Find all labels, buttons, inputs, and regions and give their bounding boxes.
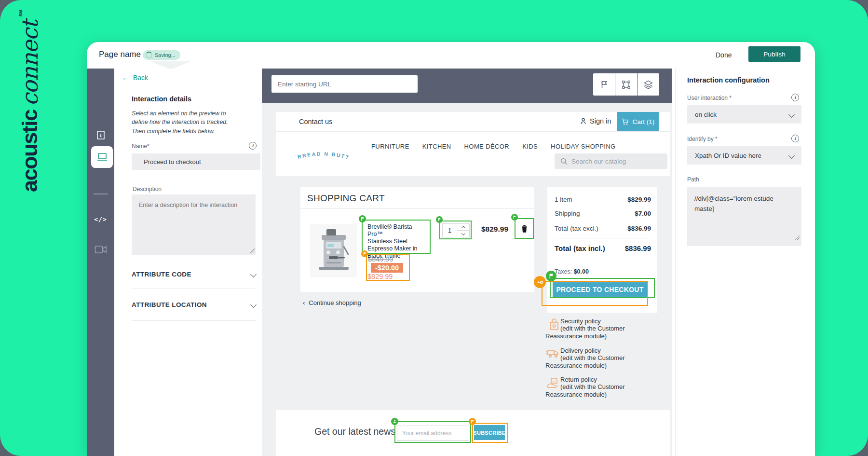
flag-icon bbox=[437, 218, 441, 221]
user-interaction-select[interactable]: on click bbox=[687, 105, 801, 124]
cart-summary-card: 1 item$829.99 Shipping$7.00 Total (tax e… bbox=[547, 187, 657, 313]
layers-tool-button[interactable] bbox=[637, 73, 659, 96]
orange-flag-badge[interactable] bbox=[469, 418, 476, 425]
rail-divider bbox=[94, 193, 108, 194]
green-person-badge[interactable] bbox=[391, 418, 398, 425]
green-flag-badge[interactable] bbox=[546, 271, 556, 281]
product-line-price: $829.99 bbox=[481, 225, 508, 234]
continue-shopping-link[interactable]: ‹ Continue shopping bbox=[303, 299, 361, 306]
espresso-machine-image bbox=[310, 224, 357, 277]
sign-in-link[interactable]: Sign in bbox=[580, 117, 611, 125]
lock-icon bbox=[549, 318, 559, 331]
name-info-icon[interactable]: i bbox=[249, 142, 257, 150]
preview-tool-button[interactable] bbox=[91, 146, 113, 168]
select-element-icon bbox=[621, 80, 631, 90]
logo-acoustic: acoustic bbox=[17, 110, 42, 192]
quantity-annotation-box[interactable] bbox=[439, 221, 472, 239]
cart-button[interactable]: Cart (1) bbox=[617, 112, 659, 131]
nav-furniture[interactable]: FURNITURE bbox=[371, 143, 409, 150]
chevron-left-icon: ‹ bbox=[303, 299, 305, 306]
back-label: Back bbox=[133, 74, 148, 82]
name-label: Name* bbox=[132, 143, 149, 150]
return-package-icon bbox=[547, 377, 559, 389]
summary-row-shipping: Shipping$7.00 bbox=[555, 210, 651, 217]
done-button[interactable]: Done bbox=[712, 49, 735, 61]
name-input[interactable] bbox=[132, 153, 260, 170]
flag-icon bbox=[470, 419, 475, 424]
site-header-card: Contact us Sign in Cart (1) BREAD N BUTT… bbox=[276, 112, 670, 176]
site-nav: FURNITURE KITCHEN HOME DÉCOR KIDS HOLIDA… bbox=[371, 143, 616, 150]
flag-icon bbox=[548, 273, 554, 279]
page-title: Page name bbox=[99, 50, 141, 59]
description-label: Description bbox=[133, 186, 162, 193]
layers-icon bbox=[643, 80, 653, 90]
shopping-cart-card: SHOPPING CART bbox=[300, 187, 534, 292]
chevron-down-icon bbox=[250, 271, 257, 277]
description-textarea[interactable] bbox=[132, 194, 256, 255]
user-interaction-value: on click bbox=[695, 111, 717, 118]
nav-kids[interactable]: KIDS bbox=[522, 143, 538, 150]
chevron-down-icon bbox=[788, 152, 795, 159]
identify-by-label: Identify by * bbox=[687, 136, 718, 142]
video-camera-icon[interactable] bbox=[87, 245, 114, 254]
tool-sidebar: i </> bbox=[87, 69, 114, 456]
select-element-tool-button[interactable] bbox=[615, 73, 637, 96]
starting-url-input[interactable] bbox=[271, 75, 418, 93]
code-tool-icon[interactable]: </> bbox=[87, 216, 114, 223]
bread-n-butter-logo[interactable]: BREAD N BUTTER bbox=[296, 148, 352, 163]
continue-shopping-label: Continue shopping bbox=[309, 299, 361, 306]
green-flag-badge[interactable] bbox=[359, 215, 366, 222]
subscribe-annotation-box[interactable] bbox=[472, 423, 508, 443]
checkout-annotation-box-orange[interactable] bbox=[542, 281, 648, 306]
path-resize-handle[interactable] bbox=[795, 235, 800, 240]
flag-icon bbox=[363, 252, 366, 256]
info-panel-icon[interactable]: i bbox=[87, 130, 114, 140]
saving-spinner-icon bbox=[146, 52, 152, 58]
app-window: Page name Saving... Done Publish i </> ← bbox=[87, 42, 815, 456]
contact-us-link[interactable]: Contact us bbox=[299, 118, 332, 125]
flag-icon bbox=[513, 215, 516, 219]
logo-sm-mark: SM bbox=[18, 10, 23, 17]
orange-link-badge[interactable] bbox=[534, 276, 546, 288]
email-annotation-box[interactable] bbox=[394, 421, 471, 443]
path-textarea[interactable]: //div[@class="lorem estude maste] bbox=[687, 187, 801, 246]
green-flag-badge[interactable] bbox=[511, 214, 518, 221]
green-flag-badge[interactable] bbox=[436, 216, 443, 223]
orange-flag-badge[interactable] bbox=[361, 250, 368, 257]
product-image bbox=[310, 224, 357, 277]
back-button[interactable]: ← Back bbox=[122, 74, 148, 82]
section-divider bbox=[132, 289, 256, 289]
person-icon bbox=[393, 419, 397, 424]
security-policy: Security policy (edit with the Customer … bbox=[545, 318, 637, 342]
identify-by-select[interactable]: Xpath Or ID value here bbox=[687, 146, 801, 165]
publish-button[interactable]: Publish bbox=[748, 46, 800, 62]
user-interaction-info-icon[interactable]: i bbox=[791, 94, 799, 101]
product-price-annotation-box[interactable] bbox=[366, 254, 410, 281]
attribute-code-label: ATTRIBUTE CODE bbox=[132, 271, 191, 278]
summary-row-items: 1 item$829.99 bbox=[555, 196, 651, 203]
section-divider bbox=[132, 320, 256, 321]
nav-holiday-shopping[interactable]: HOLIDAY SHOPPING bbox=[551, 143, 616, 150]
attribute-location-accordion[interactable]: ATTRIBUTE LOCATION bbox=[132, 301, 256, 308]
search-placeholder: Search our catalog bbox=[571, 158, 626, 165]
sign-in-label: Sign in bbox=[590, 117, 611, 125]
nav-home-decor[interactable]: HOME DÉCOR bbox=[464, 143, 510, 150]
nav-kitchen[interactable]: KITCHEN bbox=[422, 143, 451, 150]
return-policy: Return policy (edit with the Customer Re… bbox=[545, 376, 637, 400]
description-resize-handle[interactable] bbox=[250, 249, 255, 253]
preview-toolbar bbox=[593, 73, 659, 96]
flag-tool-button[interactable] bbox=[593, 73, 615, 96]
acoustic-connect-app: acoustic connect SM Page name Saving... … bbox=[0, 0, 868, 456]
search-icon bbox=[560, 158, 568, 165]
catalog-search-input[interactable]: Search our catalog bbox=[555, 153, 667, 169]
svg-text:i: i bbox=[100, 133, 102, 138]
path-label: Path bbox=[687, 176, 699, 183]
cart-icon bbox=[621, 118, 629, 125]
site-preview: Contact us Sign in Cart (1) BREAD N BUTT… bbox=[262, 103, 672, 456]
interaction-details-title: Interaction details bbox=[132, 95, 191, 103]
identify-by-info-icon[interactable]: i bbox=[791, 135, 799, 142]
attribute-code-accordion[interactable]: ATTRIBUTE CODE bbox=[132, 271, 256, 278]
product-name-annotation-box[interactable] bbox=[362, 220, 431, 254]
delete-annotation-box[interactable] bbox=[515, 218, 534, 239]
cart-divider bbox=[300, 208, 534, 209]
